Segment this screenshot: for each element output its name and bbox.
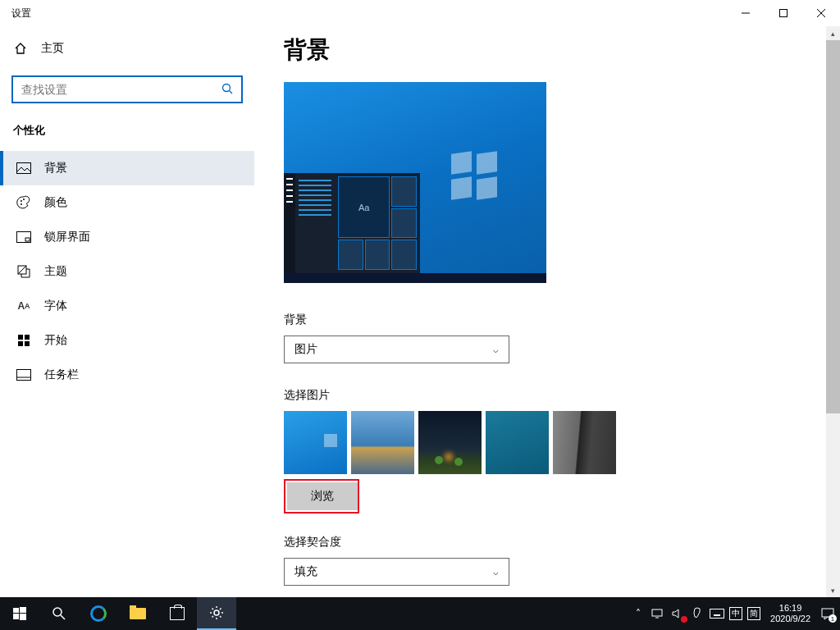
tray-overflow[interactable]: ˄ [631,606,646,621]
category-title: 个性化 [0,123,254,151]
taskbar-store[interactable] [158,597,197,630]
taskbar-settings[interactable] [197,597,236,630]
nav-fonts[interactable]: AA 字体 [0,289,254,323]
chevron-down-icon: ⌵ [493,345,499,355]
svg-marker-29 [673,609,678,618]
page-title: 背景 [284,34,840,66]
svg-rect-18 [17,370,31,381]
minimize-button[interactable] [727,0,765,26]
preview-tile-text: Aa [338,176,390,238]
start-icon [16,333,31,348]
svg-rect-22 [13,614,19,619]
start-button[interactable] [0,597,39,630]
nav-label: 主题 [44,264,67,279]
background-label: 背景 [284,313,840,327]
dropdown-value: 图片 [294,342,317,357]
taskbar-search[interactable] [39,597,79,630]
nav-themes[interactable]: 主题 [0,254,254,289]
browse-highlight: 浏览 [284,479,359,514]
svg-point-24 [53,608,62,616]
svg-rect-20 [13,608,19,613]
svg-rect-27 [652,609,662,616]
content-area: 背景 Aa 背景 图片 ⌵ 选择图片 [254,26,840,597]
scroll-up-arrow[interactable]: ▴ [826,26,840,40]
thumbnail-5[interactable] [553,411,616,474]
svg-rect-6 [17,163,31,174]
search-input[interactable] [21,83,221,96]
window-controls [727,0,840,26]
clock-date: 2020/9/22 [770,614,810,624]
ime-indicator-2[interactable]: 简 [747,607,760,620]
nav-label: 任务栏 [44,368,79,382]
home-icon [13,41,28,56]
svg-rect-16 [18,341,23,346]
thumbnail-4[interactable] [486,411,549,474]
nav-label: 字体 [44,299,67,313]
window-title: 设置 [11,7,31,21]
nav-start[interactable]: 开始 [0,323,254,358]
vertical-scrollbar[interactable]: ▴ ▾ [826,26,840,597]
nav-background[interactable]: 背景 [0,151,254,185]
home-link[interactable]: 主页 [0,33,254,64]
fit-dropdown[interactable]: 填充 ⌵ [284,558,509,586]
maximize-button[interactable] [765,0,802,26]
search-icon [221,83,233,97]
taskbar-edge[interactable] [79,597,118,630]
svg-point-8 [23,199,25,200]
windows-logo-icon [451,153,497,199]
sidebar: 主页 个性化 背景 颜色 锁屏界面 主题 AA 字体 开始 [0,26,254,597]
nav-label: 颜色 [44,195,67,210]
svg-point-9 [21,203,22,205]
taskbar-explorer[interactable] [118,597,158,630]
svg-point-26 [214,610,219,615]
nav-taskbar[interactable]: 任务栏 [0,358,254,392]
clock-time: 16:19 [770,603,810,614]
svg-rect-14 [18,335,23,340]
picture-icon [16,161,31,176]
scroll-down-arrow[interactable]: ▾ [826,583,840,597]
chevron-down-icon: ⌵ [493,567,499,578]
tray-volume-muted-icon[interactable] [670,606,685,621]
svg-rect-11 [25,238,30,241]
thumbnail-3[interactable] [418,411,482,474]
ime-indicator-1[interactable]: 中 [729,607,742,620]
palette-icon [16,195,31,210]
thumbnail-2[interactable] [351,411,414,474]
dropdown-value: 填充 [294,564,317,579]
os-taskbar: ˄ 中 简 16:19 2020/9/22 1 [0,597,840,630]
theme-icon [16,264,31,279]
svg-rect-1 [780,10,788,17]
tray-app-icon[interactable] [690,606,705,621]
search-box[interactable] [11,75,243,103]
background-type-dropdown[interactable]: 图片 ⌵ [284,336,509,363]
notification-badge: 1 [829,614,837,623]
background-preview: Aa [284,82,546,283]
taskbar-clock[interactable]: 16:19 2020/9/22 [765,603,815,624]
choose-picture-label: 选择图片 [284,388,840,403]
nav-label: 锁屏界面 [44,230,90,244]
tray-network-icon[interactable] [651,606,665,621]
thumbnail-1[interactable] [284,411,347,474]
scroll-thumb[interactable] [826,40,840,413]
svg-rect-17 [25,341,30,346]
notification-center[interactable]: 1 [820,606,835,621]
svg-line-13 [18,266,26,274]
svg-point-4 [223,84,231,91]
svg-rect-23 [20,614,26,620]
nav-label: 背景 [44,161,67,176]
taskbar-icon [16,368,31,382]
close-button[interactable] [802,0,840,26]
fit-label: 选择契合度 [284,535,840,550]
browse-button[interactable]: 浏览 [287,482,358,510]
nav-colors[interactable]: 颜色 [0,185,254,220]
nav-label: 开始 [44,333,67,348]
home-label: 主页 [41,41,64,56]
svg-rect-15 [25,335,30,340]
tray-keyboard-icon[interactable] [710,606,724,621]
svg-line-25 [61,615,65,619]
lockscreen-icon [16,230,31,244]
font-icon: AA [16,299,31,313]
nav-lockscreen[interactable]: 锁屏界面 [0,220,254,254]
start-menu-preview: Aa [284,173,420,273]
svg-line-5 [230,90,233,94]
